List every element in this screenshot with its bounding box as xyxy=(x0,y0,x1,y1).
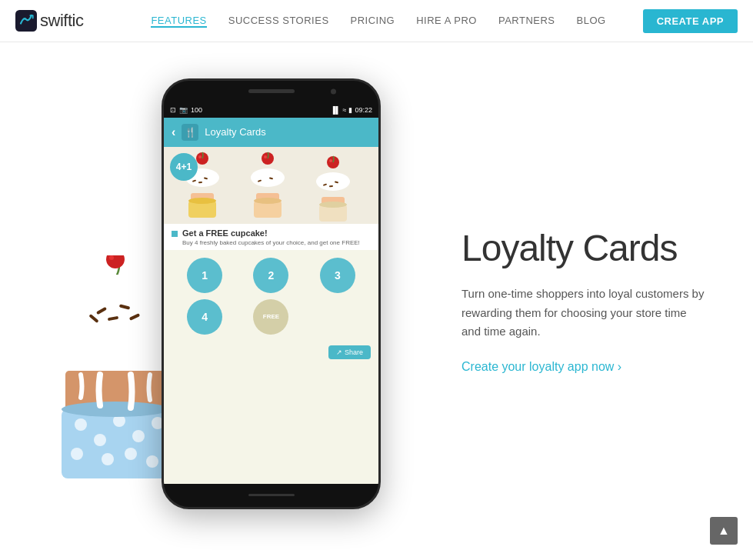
chevron-up-icon: ▲ xyxy=(718,524,730,538)
section-description: Turn one-time shoppers into loyal custom… xyxy=(461,285,707,342)
main-nav: FEATURES SUCCESS STORIES PRICING HIRE A … xyxy=(151,9,738,33)
cta-link[interactable]: Create your loyalty app now › xyxy=(461,360,707,374)
time-label: 09:22 xyxy=(355,106,372,114)
nav-pricing[interactable]: PRICING xyxy=(351,15,395,28)
cupcake-image-section: 4+1 xyxy=(164,147,378,224)
stamp-4: 4 xyxy=(187,299,222,335)
svg-point-13 xyxy=(125,448,137,460)
phone-screen: ‹ 🍴 Loyalty Cards 4+1 xyxy=(164,118,378,484)
phone-area: ⊡ 📷 100 ▐▌ ≈ ▮ 09:22 ‹ 🍴 xyxy=(46,78,415,525)
svg-point-32 xyxy=(264,155,267,158)
share-button[interactable]: ↗ Share xyxy=(328,345,371,359)
app-header-bar: ‹ 🍴 Loyalty Cards xyxy=(164,118,378,147)
status-icon-2: 📷 xyxy=(179,106,188,114)
status-right: ▐▌ ≈ ▮ 09:22 xyxy=(331,106,372,114)
offer-title: Get a FREE cupcake! xyxy=(182,228,371,238)
nav-partners[interactable]: PARTNERS xyxy=(498,15,555,28)
svg-point-7 xyxy=(94,434,106,446)
phone-mockup: ⊡ 📷 100 ▐▌ ≈ ▮ 09:22 ‹ 🍴 xyxy=(162,78,381,509)
offer-section: Get a FREE cupcake! Buy 4 freshly baked … xyxy=(164,224,378,250)
svg-point-27 xyxy=(188,198,216,204)
logo: swiftic xyxy=(15,10,83,32)
swiftic-logo-icon xyxy=(15,10,37,32)
battery-label: 100 xyxy=(191,106,202,114)
app-icon-box: 🍴 xyxy=(182,124,198,141)
scroll-to-top-button[interactable]: ▲ xyxy=(710,517,738,545)
nav-success-stories[interactable]: SUCCESS STORIES xyxy=(228,15,329,28)
svg-point-23 xyxy=(198,155,202,158)
svg-rect-0 xyxy=(15,10,37,32)
svg-point-2 xyxy=(109,255,114,260)
status-left: ⊡ 📷 100 xyxy=(170,106,202,114)
phone-speaker xyxy=(248,89,295,93)
svg-point-15 xyxy=(62,402,169,417)
share-label: Share xyxy=(345,348,363,356)
stamp-free: FREE xyxy=(253,299,288,335)
app-title: Loyalty Cards xyxy=(205,126,265,138)
logo-text: swiftic xyxy=(40,11,83,31)
counter-badge: 4+1 xyxy=(170,153,198,181)
phone-top-bar xyxy=(164,81,378,102)
home-button xyxy=(248,494,295,496)
signal-icon: ▐▌ xyxy=(331,106,341,114)
stamp-3: 3 xyxy=(320,258,355,293)
right-content: Loyalty Cards Turn one-time shoppers int… xyxy=(415,228,707,374)
svg-point-11 xyxy=(71,448,83,460)
svg-point-36 xyxy=(254,198,282,204)
svg-point-6 xyxy=(75,418,87,431)
status-icon-1: ⊡ xyxy=(170,106,176,114)
battery-icon: ▮ xyxy=(348,106,352,114)
svg-point-14 xyxy=(146,455,158,468)
svg-point-9 xyxy=(132,430,145,442)
app-back-button[interactable]: ‹ xyxy=(172,125,175,139)
share-row: ↗ Share xyxy=(164,342,378,362)
main-content: ⊡ 📷 100 ▐▌ ≈ ▮ 09:22 ‹ 🍴 xyxy=(0,42,753,560)
share-icon: ↗ xyxy=(336,348,342,356)
phone-status-bar: ⊡ 📷 100 ▐▌ ≈ ▮ 09:22 xyxy=(164,102,378,118)
stamp-grid: 1 2 3 4 FREE xyxy=(164,250,378,342)
cutlery-icon: 🍴 xyxy=(185,127,196,138)
nav-hire-a-pro[interactable]: HIRE A PRO xyxy=(416,15,477,28)
svg-point-44 xyxy=(319,202,347,208)
cupcakes-banner xyxy=(164,147,378,224)
nav-blog[interactable]: BLOG xyxy=(577,15,606,28)
phone-bottom-bar xyxy=(164,484,378,507)
nav-features[interactable]: FEATURES xyxy=(151,15,206,28)
stamp-2: 2 xyxy=(253,258,288,293)
svg-point-12 xyxy=(102,453,114,465)
offer-text-block: Get a FREE cupcake! Buy 4 freshly baked … xyxy=(182,228,371,247)
header: swiftic FEATURES SUCCESS STORIES PRICING… xyxy=(0,0,753,42)
svg-point-1 xyxy=(106,255,125,268)
offer-description: Buy 4 freshly baked cupcakes of your cho… xyxy=(182,239,371,247)
stamp-1: 1 xyxy=(187,258,222,293)
section-title: Loyalty Cards xyxy=(461,228,707,269)
wifi-icon: ≈ xyxy=(343,106,347,114)
create-app-button[interactable]: CREATE APP xyxy=(643,9,738,33)
phone-camera xyxy=(331,88,336,94)
offer-indicator xyxy=(172,231,178,237)
svg-point-40 xyxy=(329,159,332,162)
